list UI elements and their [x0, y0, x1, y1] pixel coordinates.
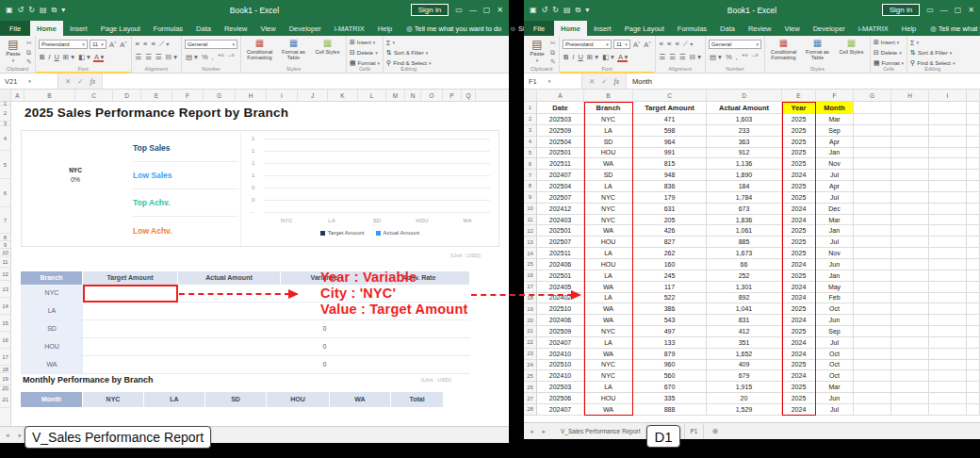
cell[interactable] — [967, 382, 980, 393]
ribbon-tab-file[interactable]: File — [0, 21, 30, 36]
cell[interactable]: 202507 — [537, 192, 584, 204]
cell[interactable]: Month — [816, 102, 854, 114]
cell[interactable] — [929, 349, 967, 360]
cell[interactable] — [891, 282, 929, 293]
cell[interactable]: 1,915 — [707, 382, 782, 393]
row-header-19[interactable]: 19 — [524, 303, 537, 315]
increase-decimal-icon[interactable]: ⁺⁰ — [741, 53, 749, 61]
cell[interactable]: Jan — [816, 225, 854, 237]
bold-button[interactable]: B — [563, 53, 569, 61]
format-as-table-button[interactable]: ▦ Format as Table — [802, 38, 833, 60]
sign-in-button[interactable]: Sign in — [411, 4, 449, 16]
row-header-26[interactable]: 26 — [524, 382, 537, 393]
row-header-6[interactable]: 6 — [0, 179, 10, 207]
row-header-28[interactable]: 28 — [524, 404, 537, 416]
column-header-K[interactable]: K — [328, 90, 358, 101]
cell[interactable] — [854, 315, 891, 326]
cell[interactable] — [854, 293, 891, 304]
cell[interactable]: 836 — [633, 181, 707, 192]
row-header-13[interactable]: 13 — [0, 281, 10, 298]
cell[interactable]: 892 — [707, 293, 782, 304]
table-cell[interactable] — [178, 338, 281, 355]
cell[interactable] — [891, 192, 929, 204]
row-header-24[interactable]: 24 — [524, 360, 537, 371]
ribbon-display-options-icon[interactable]: ▭ — [455, 6, 463, 14]
borders-icon[interactable]: ⊞ ▾ — [586, 53, 599, 61]
row-header-7[interactable]: 7 — [0, 207, 10, 234]
cell[interactable]: Feb — [816, 293, 854, 304]
row-header-10[interactable]: 10 — [524, 204, 537, 215]
orientation-icon[interactable]: ⟋ ▾ — [682, 40, 694, 49]
autosum-button[interactable]: Σ▾ — [386, 38, 431, 47]
table-cell[interactable] — [281, 303, 368, 319]
decrease-decimal-icon[interactable]: ⁻⁰ — [751, 53, 760, 61]
table-cell[interactable]: 0 — [281, 338, 368, 355]
table-cell[interactable]: SD — [21, 320, 83, 337]
cell[interactable]: 202412 — [537, 204, 584, 215]
cell[interactable]: Nov — [816, 248, 854, 259]
orientation-icon[interactable]: ⟋ ▾ — [158, 40, 171, 49]
cell[interactable]: 363 — [707, 137, 782, 148]
row-header-12[interactable]: 12 — [0, 268, 10, 281]
font-size-select[interactable]: 11▾ — [613, 40, 630, 49]
cell[interactable]: 202511 — [537, 248, 584, 259]
cell[interactable] — [929, 204, 967, 215]
cell[interactable] — [929, 248, 967, 259]
cell[interactable]: 202503 — [537, 114, 584, 125]
ribbon-tab-data[interactable]: Data — [189, 21, 218, 36]
cell[interactable]: 202407 — [537, 404, 584, 416]
table-cell[interactable] — [178, 320, 281, 337]
camera-icon[interactable]: ▤ — [564, 6, 571, 14]
cell[interactable] — [929, 360, 967, 371]
close-button[interactable]: ✕ — [497, 6, 503, 14]
ribbon-tab-help[interactable]: Help — [895, 21, 923, 36]
row-header-22[interactable]: 22 — [524, 337, 537, 349]
insert-function-icon[interactable]: fx — [614, 77, 619, 86]
cell[interactable] — [929, 270, 967, 282]
cell[interactable] — [929, 148, 967, 159]
format-as-table-button[interactable]: ▦ Format as Table — [278, 38, 309, 60]
column-header-P[interactable]: P — [443, 90, 462, 101]
row-header-20[interactable]: 20 — [524, 315, 537, 326]
cell[interactable] — [967, 326, 980, 337]
cell[interactable] — [854, 114, 891, 125]
cell[interactable]: Mar — [816, 382, 854, 393]
cell[interactable]: Jul — [816, 237, 854, 248]
cell[interactable]: 245 — [633, 270, 707, 282]
cell[interactable]: 991 — [633, 148, 707, 159]
maximize-button[interactable]: ▢ — [483, 6, 491, 14]
redo-icon[interactable]: ↻ — [552, 6, 559, 14]
ribbon-tab-developer[interactable]: Developer — [807, 21, 852, 36]
cell[interactable] — [854, 382, 891, 393]
redo-icon[interactable]: ↻ — [28, 6, 35, 14]
row-header-16[interactable]: 16 — [0, 332, 10, 349]
sort-filter-button[interactable]: ⇅Sort & Filter▾ — [910, 48, 955, 57]
cell[interactable] — [891, 326, 929, 337]
cell[interactable] — [854, 102, 891, 114]
cancel-icon[interactable]: ✕ — [65, 77, 71, 86]
cell[interactable] — [967, 192, 980, 204]
cell[interactable]: 117 — [633, 282, 707, 293]
cell[interactable]: 670 — [633, 382, 707, 393]
shrink-font-icon[interactable]: A˅ — [119, 40, 127, 49]
table-cell[interactable] — [83, 356, 178, 373]
decrease-decimal-icon[interactable]: ⁻⁰ — [227, 53, 236, 61]
cell[interactable] — [967, 293, 980, 304]
cell[interactable]: 66 — [707, 259, 782, 270]
cell[interactable] — [967, 170, 980, 181]
column-header-J[interactable]: J — [298, 90, 328, 101]
table-cell[interactable] — [178, 303, 281, 319]
ribbon-tab-insert[interactable]: Insert — [63, 21, 94, 36]
cell[interactable] — [967, 158, 980, 170]
cell[interactable]: 202507 — [537, 237, 584, 248]
cell[interactable] — [854, 360, 891, 371]
tell-me-box[interactable]: ◎ Tell me what you want to do — [923, 21, 980, 36]
sheet-tab-report[interactable]: V_Sales Performance Report — [555, 423, 647, 439]
merge-center-icon[interactable]: ⊟ ▾ — [689, 53, 702, 61]
cell[interactable]: 202402 — [537, 293, 584, 304]
align-bottom-icon[interactable]: ≡ — [674, 40, 679, 48]
table-cell[interactable] — [281, 285, 368, 302]
cell[interactable] — [967, 225, 980, 237]
sheet-tab-callout[interactable]: D1 — [646, 425, 680, 448]
cell[interactable] — [967, 137, 980, 148]
